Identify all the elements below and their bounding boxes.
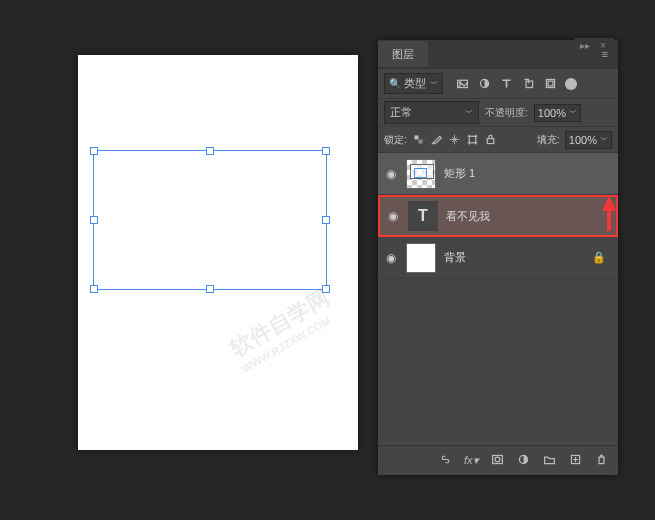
layer-row-background[interactable]: ◉ 背景 🔒 — [378, 237, 618, 279]
lock-position-icon[interactable] — [448, 133, 461, 146]
resize-handle-tl[interactable] — [90, 147, 98, 155]
filter-smart-icon[interactable] — [543, 77, 557, 91]
fill-value: 100% — [569, 134, 597, 146]
tab-layers[interactable]: 图层 — [378, 41, 428, 67]
lock-label: 锁定: — [384, 133, 407, 147]
visibility-toggle-icon[interactable]: ◉ — [386, 209, 400, 223]
resize-handle-ml[interactable] — [90, 216, 98, 224]
visibility-toggle-icon[interactable]: ◉ — [384, 167, 398, 181]
lock-brush-icon[interactable] — [430, 133, 443, 146]
link-layers-icon[interactable] — [438, 453, 452, 468]
layer-name-label[interactable]: 看不见我 — [446, 209, 490, 224]
new-layer-icon[interactable] — [568, 453, 582, 468]
filter-shape-icon[interactable] — [521, 77, 535, 91]
new-group-icon[interactable] — [542, 453, 556, 468]
blend-opacity-row: 正常 ﹀ 不透明度: 100% ﹀ — [378, 98, 618, 126]
fx-styles-icon[interactable]: fx▾ — [464, 454, 478, 467]
close-panel-icon[interactable]: × — [596, 40, 610, 51]
layer-thumbnail[interactable] — [406, 243, 436, 273]
fill-input[interactable]: 100% ﹀ — [565, 131, 612, 149]
filter-toggle-switch[interactable] — [565, 78, 577, 90]
filter-pixel-icon[interactable] — [455, 77, 469, 91]
blend-mode-value: 正常 — [390, 105, 412, 120]
shape-selection[interactable] — [93, 150, 327, 290]
add-mask-icon[interactable] — [490, 453, 504, 468]
text-layer-icon[interactable]: T — [408, 201, 438, 231]
svg-rect-9 — [487, 139, 494, 144]
resize-handle-bl[interactable] — [90, 285, 98, 293]
layers-panel: ▸▸ × 图层 ≡ 🔍 类型 ﹀ 正常 ﹀ 不透明度: 100% ﹀ — [378, 40, 618, 475]
chevron-down-icon: ﹀ — [465, 107, 473, 118]
panel-chrome: ▸▸ × — [574, 38, 614, 52]
chevron-down-icon: ﹀ — [569, 107, 577, 118]
layer-row-text-highlighted[interactable]: ◉ T 看不见我 — [378, 195, 618, 237]
resize-handle-bm[interactable] — [206, 285, 214, 293]
svg-rect-6 — [414, 135, 418, 139]
layer-filter-row: 🔍 类型 ﹀ — [378, 68, 618, 98]
resize-handle-tr[interactable] — [322, 147, 330, 155]
layer-thumbnail[interactable] — [406, 159, 436, 189]
lock-all-icon[interactable] — [484, 133, 497, 146]
annotation-arrow-icon — [602, 195, 616, 211]
filter-type-icon[interactable] — [499, 77, 513, 91]
opacity-input[interactable]: 100% ﹀ — [534, 104, 581, 122]
adjustment-layer-icon[interactable] — [516, 453, 530, 468]
svg-point-11 — [495, 457, 500, 462]
opacity-label: 不透明度: — [485, 106, 528, 120]
chevron-down-icon: ﹀ — [430, 78, 438, 89]
svg-rect-5 — [548, 81, 553, 86]
lock-icon: 🔒 — [592, 251, 606, 264]
layer-name-label[interactable]: 背景 — [444, 250, 466, 265]
svg-rect-8 — [469, 136, 476, 143]
lock-pixels-icon[interactable] — [412, 133, 425, 146]
svg-point-1 — [459, 82, 461, 84]
opacity-value: 100% — [538, 107, 566, 119]
delete-layer-icon[interactable] — [594, 453, 608, 468]
filter-type-label: 类型 — [404, 76, 426, 91]
filter-kind-icons — [455, 77, 557, 91]
svg-rect-3 — [526, 81, 533, 88]
watermark-text: 软件自学网 WWW.RJZXW.COM — [225, 283, 341, 374]
blend-mode-dropdown[interactable]: 正常 ﹀ — [384, 101, 479, 124]
canvas-document[interactable]: 软件自学网 WWW.RJZXW.COM — [78, 55, 358, 450]
layer-row-rectangle[interactable]: ◉ 矩形 1 — [378, 153, 618, 195]
layer-name-label[interactable]: 矩形 1 — [444, 166, 475, 181]
svg-rect-7 — [418, 140, 422, 144]
filter-type-dropdown[interactable]: 🔍 类型 ﹀ — [384, 73, 443, 94]
layers-panel-footer: fx▾ — [378, 445, 618, 475]
layer-list: ◉ 矩形 1 ◉ T 看不见我 ◉ 背景 🔒 — [378, 152, 618, 279]
resize-handle-mr[interactable] — [322, 216, 330, 224]
filter-adjust-icon[interactable] — [477, 77, 491, 91]
lock-artboard-icon[interactable] — [466, 133, 479, 146]
search-icon: 🔍 — [389, 78, 401, 89]
chevron-down-icon: ﹀ — [600, 134, 608, 145]
collapse-panel-icon[interactable]: ▸▸ — [578, 40, 592, 51]
resize-handle-tm[interactable] — [206, 147, 214, 155]
fill-label: 填充: — [537, 133, 560, 147]
lock-fill-row: 锁定: 填充: 100% ﹀ — [378, 126, 618, 152]
visibility-toggle-icon[interactable]: ◉ — [384, 251, 398, 265]
